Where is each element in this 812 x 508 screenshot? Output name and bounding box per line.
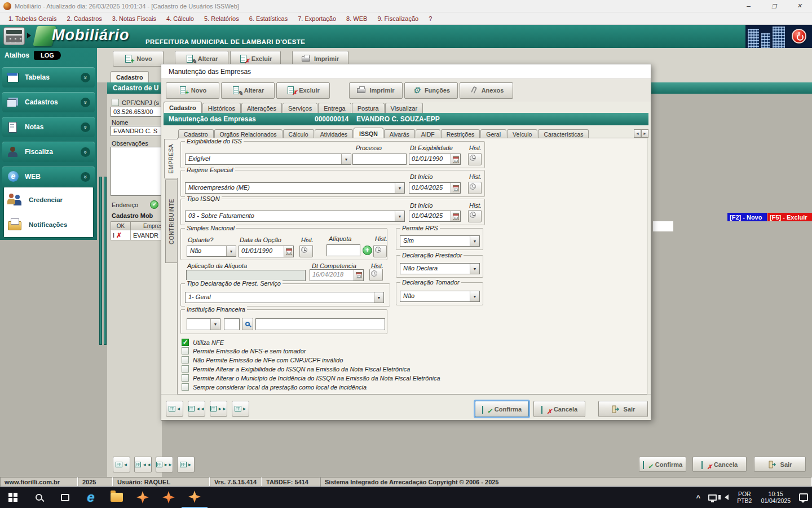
chevron-down-icon[interactable] — [374, 292, 383, 303]
taskbar-search-button[interactable] — [26, 487, 52, 508]
chevron-down-icon[interactable] — [226, 246, 236, 256]
vertical-splitter[interactable] — [104, 177, 107, 345]
dialog-anexos-button[interactable]: Anexos — [460, 82, 513, 99]
aliquota-input[interactable] — [326, 244, 360, 256]
calendar-icon[interactable] — [451, 183, 460, 193]
instituicao-nome-input[interactable] — [255, 318, 385, 330]
grid-row-status-cell[interactable]: I — [111, 230, 131, 240]
alterar-municipio-checkbox[interactable] — [182, 374, 189, 382]
dialog-excluir-button[interactable]: Excluir — [276, 82, 330, 99]
dialog-cancela-button[interactable]: Cancela — [533, 401, 585, 417]
calendar-icon[interactable] — [354, 270, 363, 281]
menu-item-calculo[interactable]: 4. Cálculo — [161, 15, 199, 22]
regime-hist-button[interactable] — [468, 182, 482, 194]
bg-nav-prev-button[interactable] — [134, 457, 152, 472]
volume-button[interactable] — [721, 487, 732, 508]
chevron-down-icon[interactable] — [81, 98, 90, 107]
language-indicator[interactable]: POR PTB2 — [732, 491, 756, 504]
dialog-nav-last-button[interactable] — [232, 401, 249, 417]
bg-nav-next-button[interactable] — [156, 457, 173, 472]
dt-competencia-field[interactable]: 16/04/2018 — [310, 269, 364, 281]
menu-item-fiscalizacao[interactable]: 9. Fiscalização — [372, 15, 423, 22]
simples-hist-button[interactable] — [299, 245, 313, 257]
start-button[interactable] — [0, 487, 26, 508]
chevron-down-icon[interactable] — [81, 122, 90, 132]
dialog-confirma-button[interactable]: ✓ Confirma — [475, 401, 529, 417]
regime-especial-select[interactable]: Microempresário (ME) — [185, 182, 405, 194]
exigibilidade-select[interactable]: Exigível — [185, 154, 351, 165]
tipo-dt-inicio-field[interactable]: 01/04/2025 — [409, 211, 461, 222]
dialog-nav-prev-button[interactable] — [188, 401, 205, 417]
grid-column-ok[interactable]: OK — [111, 221, 131, 230]
cpf-checkbox[interactable] — [112, 99, 119, 106]
dt-exigibilidade-field[interactable]: 01/01/1990 — [409, 154, 461, 165]
sidebar-item-notas[interactable]: Notas — [2, 117, 95, 137]
tipo-hist-button[interactable] — [468, 210, 482, 222]
aliquota-hist-button[interactable] — [373, 245, 387, 257]
fiorilli-app-1-button[interactable] — [130, 487, 156, 508]
tab-historicos[interactable]: Históricos — [202, 103, 241, 113]
utiliza-nfe-checkbox[interactable] — [182, 339, 189, 346]
tab-scroll-left-button[interactable]: ◄ — [634, 129, 641, 138]
bg-confirma-button[interactable]: ✓ Confirma — [639, 457, 686, 472]
action-center-button[interactable] — [795, 487, 812, 508]
chevron-down-icon[interactable] — [81, 73, 90, 82]
sidebar-item-notificacoes[interactable]: Notificações — [4, 212, 93, 237]
log-button[interactable]: LOG — [34, 51, 61, 60]
menu-item-web[interactable]: 8. WEB — [341, 15, 372, 22]
chevron-up-icon[interactable] — [81, 172, 90, 182]
dialog-novo-button[interactable]: Novo — [166, 82, 219, 99]
menu-item-help[interactable]: ? — [423, 15, 437, 22]
chevron-down-icon[interactable] — [210, 319, 220, 330]
internet-explorer-button[interactable] — [78, 487, 104, 508]
menu-item-tabelas-gerais[interactable]: 1. Tabelas Gerais — [3, 15, 61, 22]
dialog-alterar-button[interactable]: Alterar — [221, 82, 275, 99]
vertical-splitter[interactable] — [99, 177, 102, 345]
task-view-button[interactable] — [52, 487, 78, 508]
sidebar-item-fiscaliza[interactable]: Fiscaliza — [2, 142, 95, 162]
sidebar-item-cadastros[interactable]: Cadastros — [2, 92, 95, 112]
menu-item-estatisticas[interactable]: 6. Estatísticas — [244, 15, 293, 22]
menu-item-cadastros[interactable]: 2. Cadastros — [61, 15, 107, 22]
tipo-issqn-select[interactable]: 03 - Sobre Faturamento — [185, 211, 405, 222]
minimize-button[interactable] — [736, 0, 761, 12]
chevron-down-icon[interactable] — [470, 291, 479, 301]
alterar-exigibilidade-checkbox[interactable] — [182, 365, 189, 373]
dialog-titlebar[interactable]: Manutenção das Empresas — [161, 64, 651, 79]
chevron-down-icon[interactable] — [81, 147, 90, 157]
fiorilli-app-2-button[interactable] — [156, 487, 182, 508]
tab-postura[interactable]: Postura — [352, 103, 385, 113]
instituicao-search-button[interactable] — [242, 318, 253, 330]
dialog-nav-first-button[interactable] — [166, 401, 183, 417]
chevron-down-icon[interactable] — [395, 183, 404, 193]
inner-tab-issqn[interactable]: ISSQN — [354, 128, 383, 139]
permite-rps-select[interactable]: Sim — [400, 235, 480, 247]
instituicao-tipo-select[interactable] — [187, 318, 220, 330]
menu-item-exportacao[interactable]: 7. Exportação — [293, 15, 341, 22]
sidebar-item-web[interactable]: WEB — [2, 167, 95, 187]
bg-nav-last-button[interactable] — [177, 457, 195, 472]
instituicao-codigo-input[interactable] — [224, 318, 240, 330]
power-button[interactable] — [792, 29, 806, 43]
bg-cancela-button[interactable]: Cancela — [692, 457, 747, 472]
fiorilli-app-3-button-active[interactable] — [182, 487, 208, 508]
bg-sair-button[interactable]: Sair — [754, 457, 806, 472]
dialog-imprimir-button[interactable]: Imprimir — [349, 82, 403, 99]
side-tab-empresa[interactable]: EMPRESA — [164, 139, 178, 178]
dialog-sair-button[interactable]: Sair — [598, 401, 648, 417]
maximize-button[interactable] — [761, 0, 787, 12]
add-aliquota-button[interactable]: + — [363, 246, 372, 255]
dialog-funcoes-button[interactable]: Funções — [404, 82, 458, 99]
regime-dt-inicio-field[interactable]: 01/04/2025 — [409, 182, 461, 194]
tab-alteracoes[interactable]: Alterações — [241, 103, 282, 113]
file-explorer-button[interactable] — [104, 487, 130, 508]
nfse-sem-tomador-checkbox[interactable] — [182, 347, 189, 354]
clock[interactable]: 10:15 01/04/2025 — [756, 491, 795, 504]
optante-select[interactable]: Não — [187, 246, 236, 257]
processo-input[interactable] — [352, 154, 407, 165]
menu-item-notas-fiscais[interactable]: 3. Notas Fiscais — [107, 15, 161, 22]
bg-novo-button[interactable]: Novo — [113, 51, 164, 67]
declaracao-tomador-select[interactable]: Não — [400, 291, 480, 302]
tab-servicos[interactable]: Serviços — [283, 103, 317, 113]
chevron-down-icon[interactable] — [470, 264, 479, 274]
